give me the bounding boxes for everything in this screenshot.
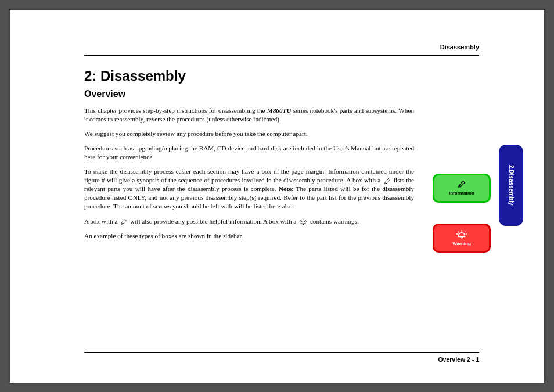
paragraph-6: An example of these types of boxes are s… [84,232,414,240]
footer-rule [84,352,479,353]
footer-page-ref: Overview 2 - 1 [438,356,479,363]
svg-line-7 [465,232,466,233]
alarm-icon [299,218,307,225]
pencil-icon [384,178,391,185]
paragraph-3: Procedures such as upgrading/replacing t… [84,144,414,161]
p1-part-a: This chapter provides step-by-step instr… [84,107,267,114]
svg-line-6 [458,232,459,233]
chapter-title: 2: Disassembly [84,68,521,84]
chapter-side-tab: 2.Disassembly [499,145,523,226]
p4-part-a: To make the disassembly process easier e… [84,168,414,184]
info-callout-box: Information [433,174,491,203]
header-chapter-name: Disassembly [440,44,479,51]
paragraph-4: To make the disassembly process easier e… [84,167,414,211]
p4-note: Note [279,185,292,192]
header-rule [84,55,479,56]
paragraph-5: A box with a will also provide any possi… [84,217,414,226]
svg-line-1 [300,220,301,221]
side-tab-label: 2.Disassembly [508,165,515,206]
info-callout-label: Information [449,190,474,196]
p5-part-a: A box with a [84,218,119,225]
p5-part-b: will also provide any possible helpful i… [128,218,298,225]
svg-line-2 [305,220,306,221]
alarm-icon [456,229,467,239]
body-text: This chapter provides step-by-step instr… [84,106,414,240]
p1-model: M860TU [267,107,292,114]
pencil-icon [120,218,127,225]
paragraph-2: We suggest you completely review any pro… [84,130,414,138]
warning-callout-box: Warning [433,224,491,253]
pencil-icon [457,180,466,188]
p5-part-c: contains warnings. [308,218,359,225]
paragraph-1: This chapter provides step-by-step instr… [84,106,414,124]
document-page: Disassembly 2: Disassembly Overview This… [10,10,544,383]
warning-callout-label: Warning [452,241,471,246]
section-title: Overview [84,89,521,99]
